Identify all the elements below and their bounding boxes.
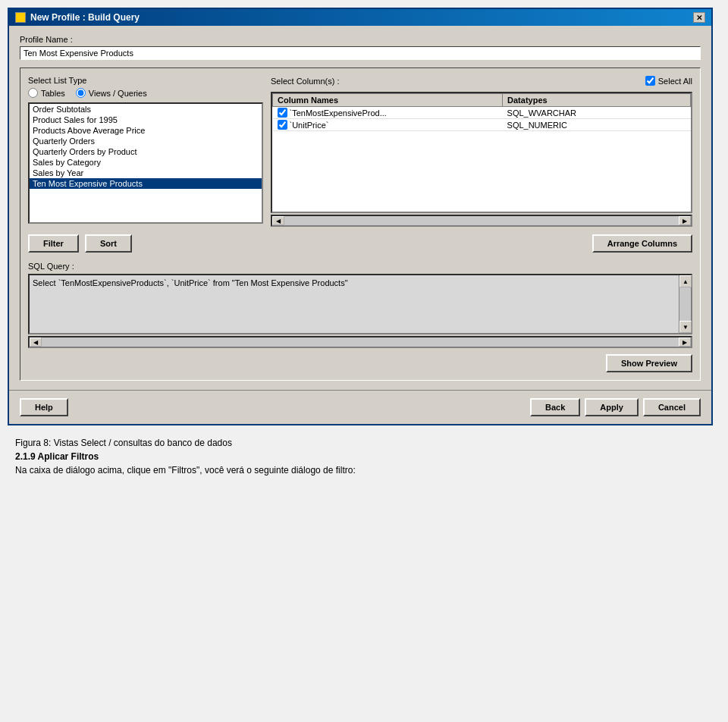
radio-tables[interactable]: Tables bbox=[28, 88, 65, 98]
filter-button[interactable]: Filter bbox=[28, 234, 79, 253]
back-button[interactable]: Back bbox=[530, 398, 580, 416]
action-buttons-row: Filter Sort Arrange Columns bbox=[28, 234, 692, 253]
sql-scroll-track[interactable] bbox=[42, 337, 679, 347]
scroll-left-btn[interactable]: ◀ bbox=[272, 216, 284, 225]
dialog-icon bbox=[15, 12, 26, 23]
select-all-checkbox[interactable] bbox=[645, 76, 655, 86]
col-cell-type: SQL_WVARCHAR bbox=[503, 107, 691, 119]
col-checkbox[interactable] bbox=[278, 108, 287, 118]
sql-query-textarea[interactable]: Select `TenMostExpensiveProducts`, `Unit… bbox=[30, 275, 679, 333]
table-row: `TenMostExpensiveProd... SQL_WVARCHAR bbox=[273, 107, 691, 119]
col-name: `TenMostExpensiveProd... bbox=[290, 108, 387, 118]
col-checkbox[interactable] bbox=[278, 120, 287, 130]
scroll-right-btn[interactable]: ▶ bbox=[679, 216, 691, 225]
sql-scroll-right-btn[interactable]: ▶ bbox=[679, 337, 691, 347]
radio-tables-label: Tables bbox=[41, 89, 65, 98]
col-cell-type: SQL_NUMERIC bbox=[503, 119, 691, 131]
cancel-button[interactable]: Cancel bbox=[643, 398, 701, 416]
caption-body: Na caixa de diálogo acima, clique em "Fi… bbox=[15, 465, 713, 476]
select-all-label: Select All bbox=[658, 77, 692, 86]
footer-right: Back Apply Cancel bbox=[530, 398, 701, 416]
main-dialog: New Profile : Build Query ✕ Profile Name… bbox=[8, 8, 713, 425]
arrange-columns-button[interactable]: Arrange Columns bbox=[592, 234, 692, 253]
col-name: `UnitPrice` bbox=[290, 121, 329, 130]
show-preview-row: Show Preview bbox=[28, 354, 692, 372]
scroll-track[interactable] bbox=[284, 216, 679, 225]
apply-button[interactable]: Apply bbox=[585, 398, 639, 416]
column-table-wrapper: Column Names Datatypes bbox=[271, 92, 692, 213]
sort-button[interactable]: Sort bbox=[85, 234, 132, 253]
list-item[interactable]: Sales by Year bbox=[30, 168, 262, 178]
two-panel: Select List Type Tables Views / Queries bbox=[28, 76, 692, 227]
sql-section: SQL Query : Select `TenMostExpensiveProd… bbox=[28, 262, 692, 348]
sql-vertical-scrollbar[interactable]: ▲ ▼ bbox=[679, 275, 691, 333]
footer-left: Help bbox=[20, 398, 530, 416]
sql-scroll-left-btn[interactable]: ◀ bbox=[30, 337, 42, 347]
right-panel: Select Column(s) : Select All Column Nam bbox=[271, 76, 692, 227]
radio-views-input[interactable] bbox=[76, 88, 86, 98]
dialog-body: Profile Name : Select List Type Tables bbox=[9, 26, 711, 390]
radio-views[interactable]: Views / Queries bbox=[76, 88, 147, 98]
help-button[interactable]: Help bbox=[20, 398, 68, 416]
list-item[interactable]: Quarterly Orders by Product bbox=[30, 146, 262, 157]
scroll-down-btn[interactable]: ▼ bbox=[679, 321, 692, 333]
titlebar-title: New Profile : Build Query bbox=[15, 12, 140, 23]
close-button[interactable]: ✕ bbox=[693, 12, 705, 23]
col-cell-name: `UnitPrice` bbox=[273, 119, 503, 131]
radio-group: Tables Views / Queries bbox=[28, 88, 263, 98]
table-row: `UnitPrice` SQL_NUMERIC bbox=[273, 119, 691, 131]
profile-name-label: Profile Name : bbox=[20, 35, 701, 44]
scroll-vtrack[interactable] bbox=[679, 287, 691, 321]
radio-views-label: Views / Queries bbox=[89, 89, 147, 98]
caption-figure: Figura 8: Vistas Select / consultas do b… bbox=[15, 438, 713, 448]
col-header-name: Column Names bbox=[273, 94, 503, 107]
list-item-selected[interactable]: Ten Most Expensive Products bbox=[30, 178, 262, 189]
show-preview-button[interactable]: Show Preview bbox=[606, 354, 692, 372]
radio-tables-input[interactable] bbox=[28, 88, 38, 98]
left-action-buttons: Filter Sort bbox=[28, 234, 132, 253]
dialog-footer: Help Back Apply Cancel bbox=[9, 390, 711, 424]
sql-textarea-wrapper: Select `TenMostExpensiveProducts`, `Unit… bbox=[28, 274, 692, 334]
col-cell-name: `TenMostExpensiveProd... bbox=[273, 107, 503, 119]
list-item[interactable]: Sales by Category bbox=[30, 157, 262, 168]
scroll-up-btn[interactable]: ▲ bbox=[679, 275, 692, 287]
list-item[interactable]: Product Sales for 1995 bbox=[30, 115, 262, 125]
caption-section-title: 2.1.9 Aplicar Filtros bbox=[15, 451, 713, 462]
main-content-box: Select List Type Tables Views / Queries bbox=[20, 67, 701, 381]
caption-section-bold: 2.1.9 Aplicar Filtros bbox=[15, 451, 99, 462]
select-columns-label: Select Column(s) : bbox=[271, 77, 339, 86]
list-item[interactable]: Order Subtotals bbox=[30, 104, 262, 115]
sql-horizontal-scrollbar[interactable]: ◀ ▶ bbox=[28, 336, 692, 348]
list-item[interactable]: Products Above Average Price bbox=[30, 125, 262, 136]
profile-name-input[interactable] bbox=[20, 46, 701, 60]
list-box[interactable]: Order Subtotals Product Sales for 1995 P… bbox=[28, 102, 263, 224]
horizontal-scrollbar[interactable]: ◀ ▶ bbox=[271, 215, 692, 227]
caption-area: Figura 8: Vistas Select / consultas do b… bbox=[8, 425, 720, 483]
select-all-row: Select All bbox=[645, 76, 692, 86]
list-item[interactable]: Quarterly Orders bbox=[30, 136, 262, 146]
select-list-type-label: Select List Type bbox=[28, 76, 263, 85]
titlebar: New Profile : Build Query ✕ bbox=[9, 9, 711, 26]
dialog-title: New Profile : Build Query bbox=[30, 12, 140, 23]
col-header-type: Datatypes bbox=[503, 94, 691, 107]
sql-query-label: SQL Query : bbox=[28, 262, 692, 271]
left-panel: Select List Type Tables Views / Queries bbox=[28, 76, 263, 227]
